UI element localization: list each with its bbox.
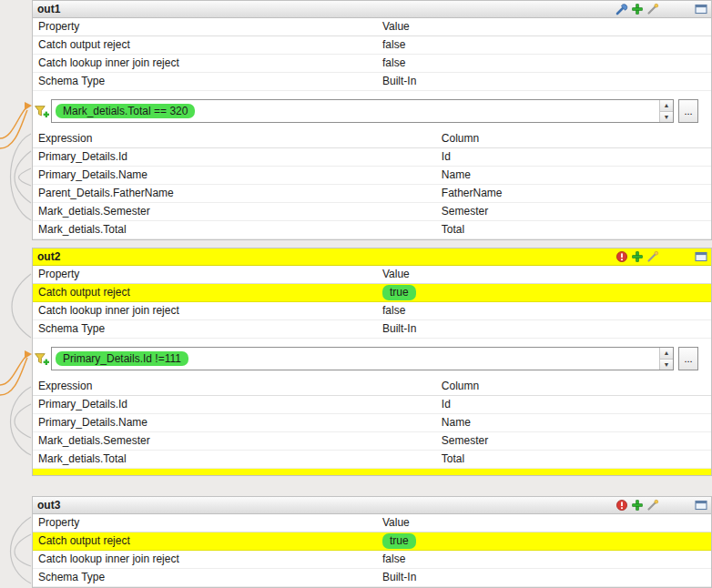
spin-down-button[interactable]: ▼ <box>660 112 673 123</box>
expression-cell[interactable]: Primary_Details.Id <box>33 396 438 413</box>
connection-gutter <box>0 0 32 588</box>
add-plus-icon[interactable] <box>631 499 644 512</box>
output-panel-out1: out1 Property Value Catch output reject … <box>32 0 712 240</box>
column-cell: Total <box>438 221 711 238</box>
expression-row: Primary_Details.Id Id <box>33 148 711 167</box>
spin-down-button[interactable]: ▼ <box>660 360 673 370</box>
property-value[interactable]: Built-In <box>379 320 711 338</box>
column-cell: Total <box>438 451 711 468</box>
expression-cell[interactable]: Mark_detials.Total <box>33 221 438 238</box>
property-row-highlighted: Catch output reject true <box>33 532 711 551</box>
expression-cell[interactable]: Mark_detials.Semester <box>33 432 438 450</box>
expression-row: Mark_detials.Semester Semester <box>33 432 711 451</box>
property-name: Schema Type <box>33 569 379 586</box>
column-header-expression: Expression <box>33 130 438 147</box>
column-cell: Id <box>438 148 711 166</box>
expression-cell[interactable]: Mark_detials.Total <box>33 451 438 468</box>
property-table-header: Property Value <box>33 18 711 36</box>
expression-cell[interactable]: Primary_Details.Name <box>33 414 438 431</box>
property-row-highlighted: Catch output reject true <box>33 284 711 302</box>
panel-toolbar <box>615 3 707 15</box>
filter-funnel-icon[interactable] <box>34 351 49 367</box>
property-name: Catch lookup inner join reject <box>33 551 379 568</box>
expression-row: Primary_Details.Name Name <box>33 414 711 432</box>
column-header-value: Value <box>379 514 711 532</box>
window-icon[interactable] <box>695 250 707 263</box>
expression-table: Expression Column Primary_Details.Id Id … <box>33 130 711 239</box>
property-name: Catch output reject <box>33 284 379 301</box>
panel-toolbar <box>615 250 707 263</box>
add-plus-icon[interactable] <box>631 250 644 263</box>
filter-expression-input[interactable]: Mark_detials.Total == 320 ▲ ▼ <box>51 99 674 123</box>
property-table-header: Property Value <box>33 266 711 284</box>
property-name: Catch lookup inner join reject <box>33 302 379 319</box>
property-value[interactable]: false <box>379 36 711 54</box>
spin-up-button[interactable]: ▲ <box>660 348 673 360</box>
column-header-column: Column <box>438 378 711 395</box>
spinner: ▲ ▼ <box>659 348 673 370</box>
panel-title: out1 <box>37 3 60 15</box>
panel-header-out2: out2 <box>33 248 711 266</box>
column-cell: FatherName <box>438 185 711 202</box>
property-value[interactable]: false <box>379 302 711 319</box>
panel-title: out3 <box>37 499 60 512</box>
highlighted-value: true <box>382 533 416 549</box>
spin-up-button[interactable]: ▲ <box>660 100 673 112</box>
property-table-header: Property Value <box>33 514 711 532</box>
column-header-column: Column <box>438 130 711 147</box>
window-icon[interactable] <box>695 499 707 512</box>
column-header-property: Property <box>33 18 379 35</box>
property-value[interactable]: false <box>379 55 711 72</box>
expression-cell[interactable]: Mark_detials.Semester <box>33 203 438 220</box>
panel-toolbar <box>615 499 707 512</box>
expression-row: Parent_Details.FatherName FatherName <box>33 185 711 203</box>
window-icon[interactable] <box>695 3 707 15</box>
property-row: Catch output reject false <box>33 36 711 55</box>
expression-row: Primary_Details.Id Id <box>33 396 711 414</box>
expression-row: Primary_Details.Name Name <box>33 167 711 185</box>
property-row: Schema Type Built-In <box>33 569 711 587</box>
filter-funnel-icon[interactable] <box>34 104 49 119</box>
reject-filter-icon[interactable] <box>615 250 628 263</box>
property-value[interactable]: false <box>379 551 711 568</box>
expression-cell[interactable]: Parent_Details.FatherName <box>33 185 438 202</box>
property-row: Catch lookup inner join reject false <box>33 551 711 569</box>
property-value[interactable]: Built-In <box>379 73 711 90</box>
reject-filter-icon[interactable] <box>615 499 628 512</box>
property-row: Catch lookup inner join reject false <box>33 302 711 320</box>
property-value[interactable]: true <box>379 284 711 301</box>
expression-table-header: Expression Column <box>33 378 711 396</box>
property-name: Schema Type <box>33 73 379 90</box>
settings-wrench-icon[interactable] <box>615 3 628 15</box>
column-cell: Semester <box>438 203 711 220</box>
property-value[interactable]: Built-In <box>379 569 711 586</box>
output-panel-out3: out3 Property Value Catch output reject … <box>32 496 712 588</box>
output-panel-out2: out2 Property Value Catch output reject … <box>32 248 712 476</box>
filter-expression-input[interactable]: Primary_Details.Id !=111 ▲ ▼ <box>51 347 674 370</box>
property-name: Catch lookup inner join reject <box>33 55 379 72</box>
add-plus-icon[interactable] <box>631 3 644 15</box>
auto-map-wand-icon[interactable] <box>646 250 659 263</box>
highlight-strip <box>33 469 711 475</box>
property-value[interactable]: true <box>379 532 711 550</box>
filter-bar: Primary_Details.Id !=111 ▲ ▼ ... <box>34 347 698 370</box>
filter-bar: Mark_detials.Total == 320 ▲ ▼ ... <box>34 99 698 123</box>
expression-row: Mark_detials.Semester Semester <box>33 203 711 221</box>
property-row: Schema Type Built-In <box>33 320 711 339</box>
property-name: Schema Type <box>33 320 379 338</box>
auto-map-wand-icon[interactable] <box>646 499 659 512</box>
property-name: Catch output reject <box>33 36 379 54</box>
expression-row: Mark_detials.Total Total <box>33 451 711 469</box>
expression-builder-button[interactable]: ... <box>678 347 698 370</box>
column-header-expression: Expression <box>33 378 438 395</box>
auto-map-wand-icon[interactable] <box>646 3 659 15</box>
expression-cell[interactable]: Primary_Details.Name <box>33 167 438 184</box>
expression-builder-button[interactable]: ... <box>678 99 698 123</box>
filter-expression-text: Primary_Details.Id !=111 <box>56 351 188 366</box>
expression-table: Expression Column Primary_Details.Id Id … <box>33 378 711 469</box>
expression-cell[interactable]: Primary_Details.Id <box>33 148 438 166</box>
connection-curves <box>0 0 32 588</box>
column-header-property: Property <box>33 514 379 532</box>
filter-expression-text: Mark_detials.Total == 320 <box>56 104 195 118</box>
column-header-property: Property <box>33 266 379 283</box>
